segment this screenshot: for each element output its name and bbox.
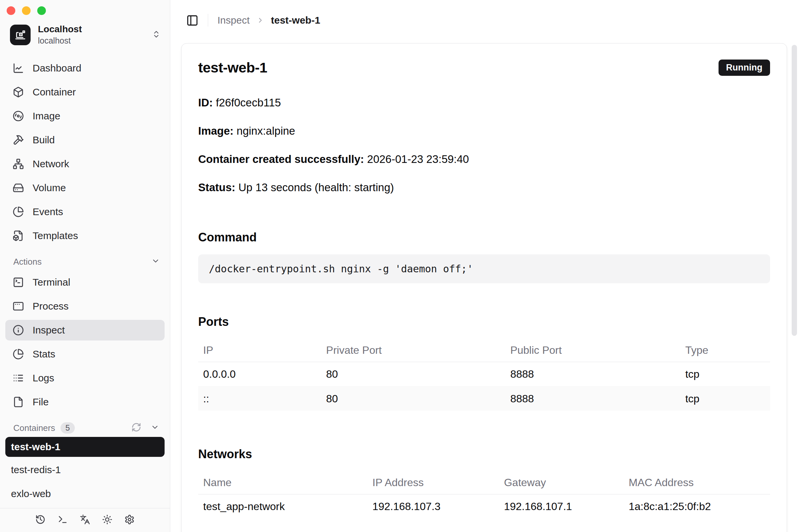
terminal-prompt-icon[interactable] — [58, 514, 68, 526]
sidebar-item-process[interactable]: Process — [0, 294, 170, 318]
breadcrumb-current: test-web-1 — [271, 15, 320, 26]
sidebar-item-build[interactable]: Build — [0, 128, 170, 152]
zoom-window-button[interactable] — [37, 6, 46, 15]
chevrons-up-down-icon[interactable] — [152, 30, 160, 40]
command-section: Command /docker-entrypoint.sh nginx -g '… — [198, 230, 770, 283]
sidebar-item-network[interactable]: Network — [0, 152, 170, 176]
refresh-icon[interactable] — [131, 422, 141, 434]
main-area: Inspect test-web-1 test-web-1 Running ID… — [170, 0, 798, 532]
sidebar-item-label: Logs — [33, 373, 54, 384]
cell: 8888 — [506, 368, 680, 380]
host-name: Localhost — [38, 24, 82, 35]
networks-section: Networks Name IP Address Gateway MAC Add… — [198, 447, 770, 519]
containers-count-badge: 5 — [60, 422, 75, 434]
column-header: Name — [198, 476, 367, 489]
chevron-down-icon[interactable] — [151, 257, 160, 267]
info-icon — [13, 324, 24, 336]
breadcrumb-section[interactable]: Inspect — [217, 15, 250, 26]
container-item-exlo-web[interactable]: exlo-web — [0, 482, 170, 506]
languages-icon[interactable] — [80, 514, 90, 526]
cell: 192.168.107.3 — [367, 500, 499, 513]
sidebar-item-label: Network — [33, 158, 69, 170]
sidebar-item-label: File — [33, 396, 49, 407]
close-window-button[interactable] — [7, 6, 15, 15]
logs-icon — [13, 373, 24, 384]
sidebar-item-terminal[interactable]: Terminal — [0, 270, 170, 294]
laptop-blocks-icon — [10, 25, 31, 45]
sidebar-item-image[interactable]: Image — [0, 104, 170, 128]
ports-section: Ports IP Private Port Public Port Type 0… — [198, 315, 770, 411]
sidebar-item-logs[interactable]: Logs — [0, 366, 170, 390]
cell: test_app-network — [198, 500, 367, 513]
container-name: test-redis-1 — [11, 464, 61, 475]
sidebar-item-label: Container — [33, 87, 76, 98]
table-row: test_app-network 192.168.107.3 192.168.1… — [198, 494, 770, 519]
container-item-test-redis-1[interactable]: test-redis-1 — [0, 458, 170, 482]
column-header: Private Port — [321, 344, 506, 357]
chart-line-icon — [13, 62, 24, 74]
sidebar-item-label: Stats — [33, 348, 55, 360]
hammer-icon — [13, 134, 24, 146]
sun-icon[interactable] — [102, 514, 112, 526]
host-selector[interactable]: Localhost localhost — [10, 24, 160, 45]
sidebar-item-stats[interactable]: Stats — [0, 342, 170, 366]
sidebar-footer — [0, 508, 170, 532]
command-code-block: /docker-entrypoint.sh nginx -g 'daemon o… — [198, 254, 770, 283]
chevron-down-icon[interactable] — [151, 423, 159, 433]
primary-nav: Dashboard Container Image Build Network … — [0, 56, 170, 248]
sidebar-item-label: Terminal — [33, 277, 70, 288]
sidebar-item-label: Build — [33, 134, 55, 146]
sidebar-toggle-icon[interactable] — [186, 14, 198, 26]
pie-chart-icon — [13, 206, 24, 217]
sidebar-item-label: Inspect — [33, 324, 65, 336]
sidebar: Localhost localhost Dashboard Container … — [0, 0, 170, 532]
breadcrumb: Inspect test-web-1 — [170, 0, 798, 26]
field-image: Image: nginx:alpine — [198, 125, 770, 137]
sidebar-item-templates[interactable]: Templates — [0, 224, 170, 248]
cell: 80 — [321, 368, 506, 380]
sidebar-item-file[interactable]: File — [0, 390, 170, 414]
vertical-scrollbar[interactable] — [792, 45, 797, 336]
minimize-window-button[interactable] — [22, 6, 31, 15]
field-value: Up 13 seconds (health: starting) — [239, 181, 394, 193]
sidebar-item-volume[interactable]: Volume — [0, 176, 170, 200]
table-row: 0.0.0.0 80 8888 tcp — [198, 362, 770, 386]
cell: :: — [198, 393, 321, 405]
terminal-square-icon — [13, 277, 24, 288]
chevron-right-icon — [256, 16, 264, 24]
network-icon — [13, 158, 24, 170]
page-title: test-web-1 — [198, 59, 267, 76]
sidebar-item-label: Process — [33, 301, 69, 312]
actions-section-header[interactable]: Actions — [0, 254, 170, 269]
table-header-row: IP Private Port Public Port Type — [198, 339, 770, 362]
networks-table: Name IP Address Gateway MAC Address test… — [198, 471, 770, 519]
networks-heading: Networks — [198, 447, 770, 461]
sidebar-item-dashboard[interactable]: Dashboard — [0, 56, 170, 80]
sidebar-item-label: Volume — [33, 182, 66, 193]
history-icon[interactable] — [35, 514, 45, 526]
sidebar-item-label: Templates — [33, 230, 78, 241]
column-header: IP Address — [367, 476, 499, 489]
box-icon — [13, 87, 24, 98]
sidebar-item-container[interactable]: Container — [0, 80, 170, 104]
host-subtitle: localhost — [38, 36, 82, 45]
field-label: ID: — [198, 96, 213, 109]
app-window-icon — [13, 301, 24, 312]
actions-section-label: Actions — [13, 257, 41, 267]
inspect-card: test-web-1 Running ID: f26f0cecb115 Imag… — [181, 43, 787, 532]
column-header: IP — [198, 344, 321, 357]
card-header: test-web-1 Running — [198, 59, 770, 76]
column-header: Gateway — [499, 476, 624, 489]
actions-nav: Terminal Process Inspect Stats Logs File — [0, 270, 170, 414]
container-item-test-web-1[interactable]: test-web-1 — [5, 437, 165, 457]
field-created: Container created successfully: 2026-01-… — [198, 153, 770, 166]
disc-icon — [13, 110, 24, 122]
field-status: Status: Up 13 seconds (health: starting) — [198, 181, 770, 194]
settings-icon[interactable] — [125, 514, 135, 526]
field-value: nginx:alpine — [237, 125, 295, 137]
cell: 1a:8c:a1:25:0f:b2 — [624, 500, 770, 513]
sidebar-item-events[interactable]: Events — [0, 200, 170, 224]
column-header: Public Port — [506, 344, 680, 357]
cell: tcp — [680, 368, 770, 380]
sidebar-item-inspect[interactable]: Inspect — [5, 320, 165, 341]
